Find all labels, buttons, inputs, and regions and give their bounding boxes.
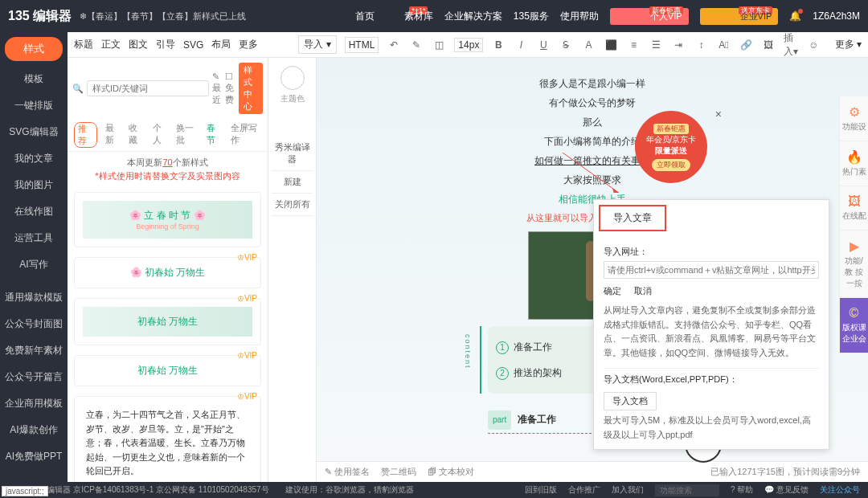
filter-personal[interactable]: 个人 — [153, 122, 168, 148]
promo-cta-button[interactable]: 立即领取 — [652, 159, 690, 171]
translator-button[interactable]: 秀米编译器 — [272, 137, 313, 171]
bell-icon[interactable]: 🔔 — [789, 10, 801, 22]
sidebar-template[interactable]: 模板 — [0, 66, 68, 92]
indent-icon[interactable]: ⇥ — [671, 38, 686, 52]
nav-enterprise[interactable]: 企业解决方案 — [444, 10, 502, 23]
list-icon[interactable]: ☰ — [649, 38, 663, 52]
free-link[interactable]: ☐免费 — [225, 71, 235, 106]
sidebar2-0[interactable]: 通用爆款模版 — [0, 284, 68, 311]
tab-body[interactable]: 正文 — [101, 38, 121, 51]
statusbar-hint: javascript:; — [2, 486, 48, 496]
filter-recommend[interactable]: 推荐 — [74, 122, 97, 148]
tab-svg[interactable]: SVG — [183, 39, 203, 51]
underline-icon[interactable]: U — [536, 38, 551, 52]
spacing-icon[interactable]: ↕ — [694, 38, 708, 52]
image-icon[interactable]: 🖼 — [761, 38, 776, 52]
fontcolor-icon[interactable]: A — [581, 38, 596, 52]
sidebar-svg[interactable]: SVG编辑器 — [0, 119, 68, 145]
signature-toggle[interactable]: ✎ 使用签名 — [325, 466, 370, 478]
sidebar-articles[interactable]: 我的文章 — [0, 145, 68, 172]
rail-hot[interactable]: 🔥热门素 — [840, 141, 868, 186]
bold-icon[interactable]: B — [491, 38, 506, 52]
brush-icon[interactable]: ✎ — [409, 38, 424, 52]
footer-join[interactable]: 加入我们 — [612, 484, 644, 496]
filter-refresh[interactable]: 换一批 — [176, 122, 199, 148]
rail-copyright[interactable]: ©版权课 企业会 — [840, 298, 868, 353]
footer-search[interactable] — [655, 484, 719, 496]
italic-icon[interactable]: I — [514, 38, 528, 52]
template-card[interactable]: ♔VIP 🌸 初春始 万物生 — [74, 257, 261, 288]
html-button[interactable]: HTML — [345, 37, 379, 53]
confirm-button[interactable]: 确定 — [604, 285, 621, 297]
sidebar2-1[interactable]: 公众号封面图 — [0, 311, 68, 337]
toolbar-more[interactable]: 更多 ▾ — [835, 38, 862, 51]
footer-follow[interactable]: 关注公众号 — [820, 484, 860, 496]
nav-material[interactable]: *+1*素材库 — [386, 10, 433, 23]
sidebar2-2[interactable]: 免费新年素材 — [0, 337, 68, 364]
clear-icon[interactable]: Aͯ — [716, 38, 731, 52]
sidebar2-6[interactable]: AI免费做PPT — [0, 443, 68, 470]
undo-icon[interactable]: ↶ — [387, 38, 401, 52]
emoji-icon[interactable]: ☺ — [806, 38, 821, 52]
closeall-button[interactable]: 关闭所有 — [272, 194, 313, 216]
import-button[interactable]: 导入 ▾ — [298, 35, 336, 54]
nav-help[interactable]: 使用帮助 — [560, 10, 599, 23]
template-card[interactable]: ♔VIP 初春始 万物生 — [74, 298, 261, 345]
header-notice[interactable]: ❄【春运】【春节】【立春】新样式已上线 — [80, 10, 246, 22]
footer-oldver[interactable]: 回到旧版 — [525, 484, 557, 496]
rail-tutorial[interactable]: ▶功能/教 按一按 — [840, 231, 868, 298]
nav-home[interactable]: 首页 — [355, 10, 375, 23]
header-nav: 首页 *+1*素材库 企业解决方案 135服务 使用帮助 新春钜惠个人VIP 送… — [355, 8, 860, 25]
sidebar-images[interactable]: 我的图片 — [0, 172, 68, 198]
align-icon[interactable]: ≡ — [626, 38, 641, 52]
rail-palette[interactable]: 🖼在线配 — [840, 186, 868, 231]
promo-close-icon[interactable]: × — [715, 108, 722, 120]
import-file-button[interactable]: 导入文档 — [604, 392, 657, 410]
sidebar2-5[interactable]: AI爆款创作 — [0, 417, 68, 443]
new-button[interactable]: 新建 — [272, 171, 313, 194]
tab-title[interactable]: 标题 — [74, 38, 93, 51]
template-card[interactable]: ♔VIP 立春，为二十四节气之首，又名正月节、岁节、改岁、岁旦等。立，是"开始"… — [74, 396, 261, 482]
search-input[interactable] — [87, 80, 209, 96]
link-icon[interactable]: 🔗 — [739, 38, 753, 52]
fontsize-select[interactable]: 14px — [454, 38, 483, 52]
filter-spring[interactable]: 春节 — [207, 122, 222, 148]
sidebar-ai[interactable]: AI写作 — [0, 251, 68, 278]
filter-fullscreen[interactable]: 全屏写作 — [231, 122, 261, 148]
eraser-icon[interactable]: ◫ — [432, 38, 446, 52]
footer-coop[interactable]: 合作推广 — [568, 484, 600, 496]
sidebar-layout[interactable]: 一键排版 — [0, 92, 68, 119]
tab-layout[interactable]: 布局 — [211, 38, 231, 51]
theme-color-icon[interactable] — [280, 66, 305, 90]
enterprise-vip-button[interactable]: 送京东卡企业VIP — [700, 8, 779, 25]
url-input[interactable] — [604, 261, 819, 279]
tab-more[interactable]: 更多 — [239, 38, 258, 51]
bgcolor-icon[interactable]: ⬛ — [604, 38, 618, 52]
qr-button[interactable]: 赞二维码 — [381, 466, 416, 478]
sidebar2-4[interactable]: 企业商用模板 — [0, 390, 68, 417]
proofread-button[interactable]: 🗐 文本校对 — [428, 466, 474, 478]
nav-service[interactable]: 135服务 — [514, 10, 549, 23]
rail-settings[interactable]: ⚙功能设 — [840, 96, 868, 141]
tab-imgtext[interactable]: 图文 — [129, 38, 148, 51]
insert-icon[interactable]: 插入▾ — [784, 38, 798, 52]
template-card[interactable]: ♔VIP 初春始 万物生 — [74, 355, 261, 386]
style-button[interactable]: 样式 — [5, 37, 63, 61]
template-card[interactable]: 🌸 立 春 时 节 🌸Beginning of Spring — [74, 192, 261, 247]
footer-help[interactable]: ? 帮助 — [731, 484, 753, 496]
promo-badge[interactable]: × 新春钜惠 年会员/京东卡 限量派送 立即领取 — [635, 111, 707, 183]
personal-vip-button[interactable]: 新春钜惠个人VIP — [610, 8, 689, 25]
footer-feedback[interactable]: 💬 意见反馈 — [764, 484, 809, 496]
recent-link[interactable]: ✎最近 — [212, 71, 222, 106]
strike-icon[interactable]: S̶ — [559, 38, 573, 52]
cancel-button[interactable]: 取消 — [634, 285, 652, 297]
sidebar-draw[interactable]: 在线作图 — [0, 198, 68, 225]
filter-fav[interactable]: 收藏 — [129, 122, 144, 148]
sidebar2-3[interactable]: 公众号开篇言 — [0, 364, 68, 390]
tab-guide[interactable]: 引导 — [156, 38, 175, 51]
import-tab[interactable]: 导入文章 — [599, 205, 666, 231]
style-center-button[interactable]: 样式中心 — [239, 63, 263, 114]
user-id[interactable]: 1Z6A2h3M — [813, 10, 860, 22]
sidebar-tools[interactable]: 运营工具 — [0, 225, 68, 251]
filter-new[interactable]: 最新 — [105, 122, 121, 148]
